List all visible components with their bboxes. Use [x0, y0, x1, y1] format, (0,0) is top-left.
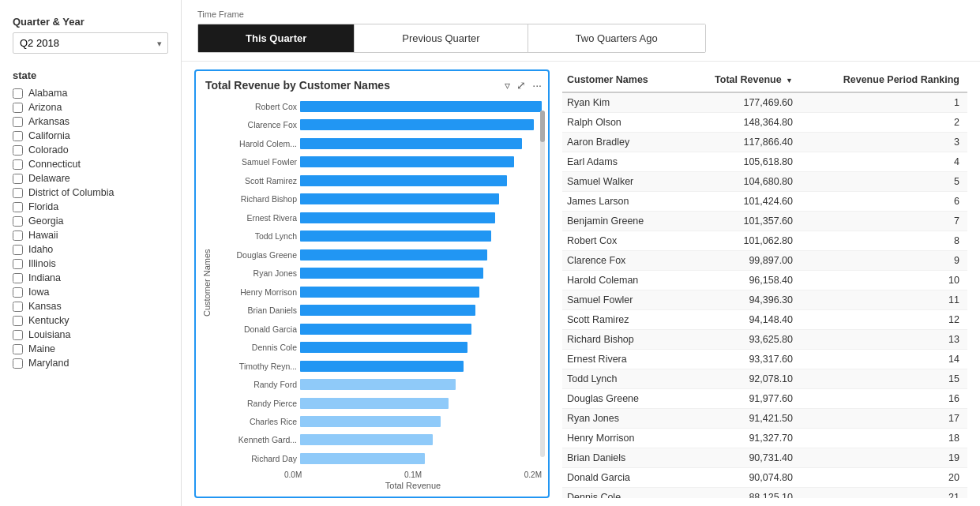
cell-revenue: 117,866.40 — [684, 133, 801, 152]
state-checkbox-item[interactable]: Iowa — [13, 287, 168, 298]
cell-rank: 19 — [801, 448, 967, 468]
cell-revenue: 101,062.80 — [684, 231, 801, 251]
state-checkbox[interactable] — [13, 358, 23, 369]
state-checkbox-item[interactable]: Maryland — [13, 358, 168, 369]
state-checkbox[interactable] — [13, 103, 23, 113]
bar-row: Harold Colem... — [218, 135, 542, 152]
bar-row: Robert Cox — [218, 98, 542, 115]
chart-scrollbar-thumb — [540, 111, 542, 142]
state-checkbox[interactable] — [13, 117, 23, 127]
cell-rank: 1 — [801, 92, 967, 113]
filter-icon[interactable]: ▿ — [505, 79, 510, 92]
bar-label: Kenneth Gard... — [218, 435, 297, 444]
cell-revenue: 104,680.80 — [684, 172, 801, 192]
state-checkbox-item[interactable]: Illinois — [13, 258, 168, 269]
chart-panel: Total Revenue by Customer Names ▿ ⤢ ··· … — [194, 69, 550, 498]
bar-fill — [300, 212, 495, 223]
bar-container — [300, 342, 542, 353]
bar-label: Clarence Fox — [218, 120, 297, 129]
bar-row: Samuel Fowler — [218, 153, 542, 171]
state-checkbox[interactable] — [13, 231, 23, 241]
state-checkbox[interactable] — [13, 159, 23, 170]
state-checkbox-list: AlabamaArizonaArkansasCaliforniaColorado… — [13, 88, 168, 369]
cell-revenue: 90,731.40 — [684, 448, 801, 468]
expand-icon[interactable]: ⤢ — [516, 79, 526, 92]
state-checkbox-item[interactable]: Hawaii — [13, 230, 168, 241]
cell-name: Todd Lynch — [562, 369, 684, 389]
cell-name: Richard Bishop — [562, 330, 684, 350]
chart-body: Customer Names Robert CoxClarence FoxHar… — [202, 98, 542, 467]
state-checkbox[interactable] — [13, 302, 23, 312]
state-checkbox-item[interactable]: Connecticut — [13, 159, 168, 170]
state-checkbox-item[interactable]: Kansas — [13, 301, 168, 312]
state-checkbox[interactable] — [13, 273, 23, 283]
cell-revenue: 96,158.40 — [684, 271, 801, 290]
state-label: Maryland — [28, 358, 69, 369]
state-checkbox-item[interactable]: Indiana — [13, 272, 168, 283]
timeframe-tabs: This QuarterPrevious QuarterTwo Quarters… — [197, 24, 706, 53]
bar-fill — [300, 268, 483, 279]
sort-icon: ▼ — [786, 77, 793, 84]
cell-rank: 15 — [801, 369, 967, 389]
state-checkbox-item[interactable]: Kentucky — [13, 315, 168, 326]
state-checkbox[interactable] — [13, 188, 23, 198]
bar-label: Harold Colem... — [218, 139, 297, 148]
state-checkbox[interactable] — [13, 131, 23, 141]
state-checkbox-item[interactable]: Alabama — [13, 88, 168, 99]
quarter-year-select[interactable]: Q2 2018 — [13, 32, 168, 54]
timeframe-tab[interactable]: This Quarter — [198, 24, 355, 52]
state-checkbox-item[interactable]: Delaware — [13, 173, 168, 184]
bar-fill — [300, 379, 456, 390]
cell-name: Clarence Fox — [562, 251, 684, 271]
state-checkbox-item[interactable]: Georgia — [13, 216, 168, 227]
state-filter-title: state — [13, 69, 168, 81]
cell-rank: 8 — [801, 231, 967, 251]
state-checkbox[interactable] — [13, 287, 23, 298]
state-checkbox[interactable] — [13, 174, 23, 184]
timeframe-tab[interactable]: Two Quarters Ago — [528, 24, 705, 52]
col-header-revenue: Total Revenue ▼ — [684, 69, 801, 92]
table-row: Clarence Fox99,897.009 — [562, 251, 967, 271]
cell-name: Harold Coleman — [562, 271, 684, 290]
state-checkbox[interactable] — [13, 316, 23, 326]
state-checkbox-item[interactable]: Louisiana — [13, 329, 168, 340]
state-checkbox-item[interactable]: District of Columbia — [13, 187, 168, 198]
chart-scrollbar[interactable] — [540, 111, 542, 457]
state-checkbox-item[interactable]: Maine — [13, 343, 168, 354]
chart-x-axis: 0.0M0.1M0.2M — [202, 467, 542, 479]
state-checkbox[interactable] — [13, 344, 23, 354]
state-checkbox-item[interactable]: Idaho — [13, 244, 168, 255]
more-icon[interactable]: ··· — [532, 79, 542, 92]
state-checkbox-item[interactable]: Florida — [13, 201, 168, 212]
state-checkbox[interactable] — [13, 245, 23, 255]
chart-y-axis-label: Customer Names — [202, 98, 216, 467]
bar-fill — [300, 342, 467, 353]
cell-revenue: 101,424.60 — [684, 192, 801, 212]
state-checkbox[interactable] — [13, 216, 23, 227]
bar-fill — [300, 324, 471, 335]
cell-rank: 7 — [801, 212, 967, 231]
cell-revenue: 148,364.80 — [684, 113, 801, 133]
table-row: Douglas Greene91,977.6016 — [562, 389, 967, 409]
bar-row: Brian Daniels — [218, 302, 542, 319]
bar-fill — [300, 287, 479, 298]
state-label: Florida — [28, 201, 58, 212]
timeframe-tab[interactable]: Previous Quarter — [355, 24, 528, 52]
cell-name: Robert Cox — [562, 231, 684, 251]
state-checkbox-item[interactable]: Colorado — [13, 144, 168, 156]
state-checkbox[interactable] — [13, 259, 23, 269]
state-checkbox-item[interactable]: Arkansas — [13, 116, 168, 127]
bar-container — [300, 305, 542, 316]
state-checkbox[interactable] — [13, 330, 23, 340]
state-checkbox-item[interactable]: California — [13, 130, 168, 141]
cell-rank: 5 — [801, 172, 967, 192]
cell-name: Brian Daniels — [562, 448, 684, 468]
state-checkbox-item[interactable]: Arizona — [13, 102, 168, 113]
bar-label: Ernest Rivera — [218, 213, 297, 223]
state-checkbox[interactable] — [13, 202, 23, 212]
state-checkbox[interactable] — [13, 145, 23, 156]
bar-label: Samuel Fowler — [218, 157, 297, 167]
state-label: Illinois — [28, 258, 56, 269]
state-checkbox[interactable] — [13, 88, 23, 99]
cell-rank: 9 — [801, 251, 967, 271]
